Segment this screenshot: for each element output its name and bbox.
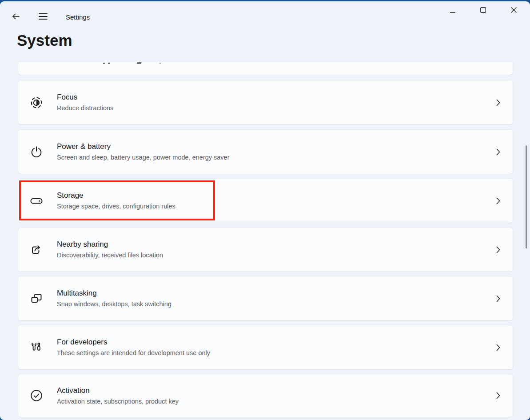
chevron-right-icon xyxy=(496,99,500,106)
card-power-battery[interactable]: Power & battery Screen and sleep, batter… xyxy=(18,129,513,174)
share-icon xyxy=(30,243,43,256)
multitask-windows-icon xyxy=(30,292,43,305)
back-arrow-icon xyxy=(12,12,20,22)
card-storage[interactable]: Storage Storage space, drives, configura… xyxy=(18,178,513,223)
close-button[interactable] xyxy=(498,1,529,20)
card-title: Power & battery xyxy=(57,142,230,152)
close-icon xyxy=(511,7,517,14)
chevron-right-icon xyxy=(496,148,500,156)
card-title: Focus xyxy=(57,92,113,102)
card-title: Storage xyxy=(57,191,175,200)
minimize-icon xyxy=(450,8,455,14)
clipped-text-remnant xyxy=(103,63,105,64)
card-partial-clipped[interactable] xyxy=(18,62,513,75)
card-subtitle: Screen and sleep, battery usage, power m… xyxy=(57,153,230,162)
card-subtitle: Storage space, drives, configuration rul… xyxy=(57,202,175,211)
back-button[interactable] xyxy=(7,8,25,26)
maximize-icon xyxy=(480,7,486,14)
minimize-button[interactable] xyxy=(437,1,468,20)
card-focus[interactable]: Focus Reduce distractions xyxy=(18,80,513,125)
chevron-right-icon xyxy=(496,197,500,204)
page-title: System xyxy=(17,32,72,49)
titlebar: Settings xyxy=(0,1,530,28)
check-circle-icon xyxy=(30,389,43,402)
focus-icon xyxy=(30,96,43,109)
maximize-button[interactable] xyxy=(468,1,498,20)
storage-drive-icon xyxy=(30,194,43,208)
card-subtitle: Discoverability, received files location xyxy=(57,251,163,260)
card-subtitle: Activation state, subscriptions, product… xyxy=(57,397,179,406)
hamburger-icon xyxy=(39,13,48,21)
chevron-right-icon xyxy=(496,344,500,351)
card-subtitle: These settings are intended for developm… xyxy=(57,349,210,357)
card-for-developers[interactable]: For developers These settings are intend… xyxy=(18,325,513,370)
card-activation[interactable]: Activation Activation state, subscriptio… xyxy=(18,374,513,417)
clipped-text-remnant xyxy=(159,63,161,64)
card-title: Activation xyxy=(57,386,179,396)
card-title: Multitasking xyxy=(57,288,171,298)
card-title: Nearby sharing xyxy=(57,240,163,249)
app-title: Settings xyxy=(66,13,90,21)
scrollbar-thumb[interactable] xyxy=(526,145,527,248)
settings-window: Settings System xyxy=(0,1,530,420)
card-subtitle: Snap windows, desktops, task switching xyxy=(57,300,171,308)
card-multitasking[interactable]: Multitasking Snap windows, desktops, tas… xyxy=(18,276,513,321)
caption-buttons xyxy=(437,1,529,20)
chevron-right-icon xyxy=(496,295,500,302)
chevron-right-icon xyxy=(496,392,500,399)
card-title: For developers xyxy=(57,337,210,347)
chevron-right-icon xyxy=(496,246,500,253)
card-nearby-sharing[interactable]: Nearby sharing Discoverability, received… xyxy=(18,227,513,272)
developer-tools-icon xyxy=(30,341,43,354)
menu-button[interactable] xyxy=(34,8,52,26)
clipped-text-remnant xyxy=(136,62,141,64)
clipped-text-remnant xyxy=(108,63,110,64)
card-subtitle: Reduce distractions xyxy=(57,104,113,112)
power-icon xyxy=(30,145,43,159)
